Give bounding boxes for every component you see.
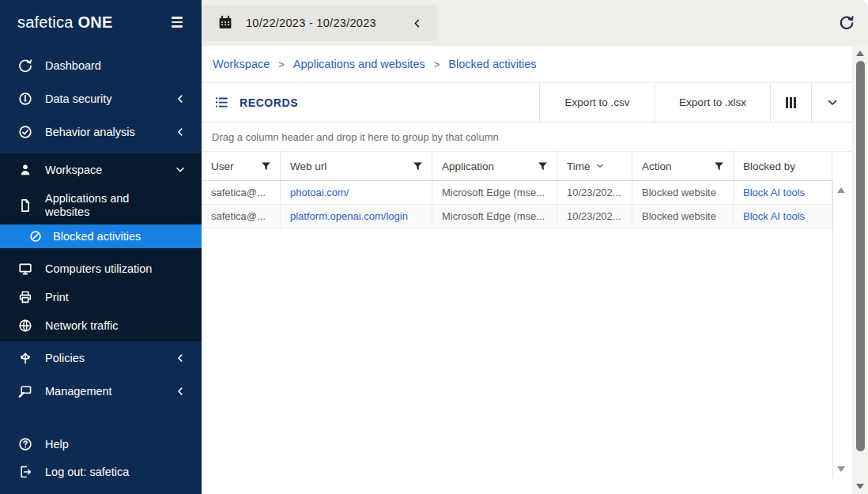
main-area: 10/22/2023 - 10/23/2023 Workspace > Appl…	[202, 0, 868, 494]
records-title: RECORDS	[240, 96, 298, 109]
breadcrumb-separator: >	[434, 58, 440, 70]
records-table: User Web url Application Time	[202, 152, 852, 494]
cell-blocked-by-link[interactable]: Block AI tools	[734, 181, 832, 204]
topbar: 10/22/2023 - 10/23/2023	[202, 0, 868, 46]
cell-action: Blocked website	[632, 205, 734, 228]
date-range-picker[interactable]: 10/22/2023 - 10/23/2023	[202, 5, 437, 41]
dashboard-icon	[17, 58, 33, 74]
column-label: Application	[442, 160, 494, 172]
breadcrumb-applications-and-websites[interactable]: Applications and websites	[293, 58, 425, 70]
content-panel: Workspace > Applications and websites > …	[202, 46, 852, 494]
sidebar: safeticaONE Dashboard Data security Beha…	[0, 0, 202, 494]
cell-blocked-by-link[interactable]: Block AI tools	[734, 205, 832, 228]
logo-brand: safetica	[17, 13, 74, 31]
sidebar-item-applications-and-websites[interactable]: Applications and websites	[0, 187, 202, 224]
export-xlsx-button[interactable]: Export to .xlsx	[655, 83, 770, 122]
cell-web-url-link[interactable]: platform.openai.com/login	[281, 205, 432, 228]
sidebar-item-label: Workspace	[45, 164, 102, 176]
behavior-analysis-icon	[17, 124, 33, 140]
table-row[interactable]: safetica@... platform.openai.com/login M…	[202, 205, 832, 228]
scrollbar-thumb[interactable]	[856, 61, 865, 451]
chevron-down-icon	[826, 96, 839, 109]
refresh-icon[interactable]	[838, 14, 855, 32]
sidebar-item-label: Behavior analysis	[45, 126, 135, 138]
blocked-icon	[28, 229, 43, 243]
data-security-icon	[17, 91, 33, 107]
scroll-down-arrow-icon[interactable]	[837, 466, 845, 472]
cell-web-url-link[interactable]: photoai.com/	[281, 181, 432, 204]
column-label: Blocked by	[743, 160, 795, 172]
sidebar-item-label: Management	[45, 385, 112, 398]
scroll-down-arrow-icon[interactable]	[856, 484, 864, 489]
scroll-up-arrow-icon[interactable]	[837, 187, 845, 193]
table-row[interactable]: safetica@... photoai.com/ Microsoft Edge…	[202, 181, 832, 205]
column-chooser-button[interactable]	[770, 83, 811, 122]
hamburger-menu-icon[interactable]	[172, 17, 183, 27]
column-label: Web url	[290, 160, 326, 172]
app-logo: safeticaONE	[0, 0, 202, 44]
column-label: Action	[642, 160, 672, 172]
filter-icon[interactable]	[260, 160, 272, 172]
scroll-up-arrow-icon[interactable]	[856, 51, 864, 56]
policies-icon	[17, 350, 33, 366]
sidebar-item-label: Dashboard	[45, 59, 101, 72]
filter-icon[interactable]	[412, 160, 424, 172]
sidebar-item-label: Network traffic	[45, 319, 118, 332]
date-range-text: 10/22/2023 - 10/23/2023	[246, 17, 376, 29]
sidebar-item-computers-utilization[interactable]: Computers utilization	[0, 255, 202, 283]
export-csv-button[interactable]: Export to .csv	[539, 83, 655, 122]
filter-icon[interactable]	[713, 160, 725, 172]
column-header-time[interactable]: Time	[557, 152, 632, 180]
sidebar-item-network-traffic[interactable]: Network traffic	[0, 311, 202, 340]
sidebar-item-behavior-analysis[interactable]: Behavior analysis	[0, 115, 202, 149]
column-header-blocked-by[interactable]: Blocked by	[734, 152, 832, 180]
sidebar-item-management[interactable]: Management	[0, 375, 202, 408]
table-header-row: User Web url Application Time	[202, 152, 832, 181]
sidebar-item-logout[interactable]: Log out: safetica	[0, 461, 202, 494]
cell-application: Microsoft Edge (mse...	[432, 205, 557, 228]
sidebar-item-label: Help	[45, 438, 69, 451]
breadcrumb: Workspace > Applications and websites > …	[202, 46, 852, 83]
logo-product: ONE	[78, 13, 113, 31]
chevron-down-icon	[175, 164, 186, 175]
sidebar-item-label: Applications and websites	[45, 192, 156, 218]
sidebar-item-help[interactable]: Help	[0, 428, 202, 461]
column-header-user[interactable]: User	[202, 152, 281, 180]
globe-icon	[17, 318, 33, 334]
sidebar-nav: Dashboard Data security Behavior analysi…	[0, 44, 202, 494]
group-by-hint: Drag a column header and drop it here to…	[212, 131, 499, 143]
records-header: RECORDS	[202, 83, 539, 122]
sidebar-item-data-security[interactable]: Data security	[0, 82, 202, 115]
help-icon	[17, 436, 33, 452]
management-icon	[17, 383, 33, 399]
column-label: Time	[567, 160, 591, 172]
records-toolbar: RECORDS Export to .csv Export to .xlsx	[202, 83, 852, 123]
cell-application: Microsoft Edge (mse...	[432, 181, 557, 204]
table-scrollbar[interactable]	[832, 181, 848, 478]
breadcrumb-workspace[interactable]: Workspace	[213, 58, 270, 70]
expand-panel-button[interactable]	[811, 83, 852, 122]
logo-text: safeticaONE	[17, 13, 112, 32]
sidebar-item-blocked-activities[interactable]: Blocked activities	[0, 224, 202, 248]
calendar-icon	[217, 15, 233, 31]
cell-time: 10/23/202...	[557, 181, 632, 204]
sidebar-item-workspace[interactable]: Workspace	[0, 153, 202, 187]
sidebar-item-policies[interactable]: Policies	[0, 341, 202, 375]
column-header-action[interactable]: Action	[632, 152, 734, 180]
filter-icon[interactable]	[537, 160, 549, 172]
breadcrumb-blocked-activities[interactable]: Blocked activities	[448, 58, 536, 70]
logout-icon	[17, 464, 33, 480]
sidebar-item-label: Log out: safetica	[45, 466, 129, 478]
collapse-chevron-left-icon[interactable]	[411, 17, 423, 29]
breadcrumb-separator: >	[278, 58, 285, 70]
group-by-drop-zone[interactable]: Drag a column header and drop it here to…	[202, 123, 852, 152]
columns-icon	[786, 97, 796, 108]
sort-descending-icon	[595, 161, 605, 171]
column-header-web-url[interactable]: Web url	[281, 152, 432, 180]
chevron-left-icon	[175, 93, 186, 104]
page-scrollbar[interactable]	[852, 46, 868, 494]
sidebar-item-print[interactable]: Print	[0, 283, 202, 311]
workspace-icon	[17, 162, 33, 178]
sidebar-item-dashboard[interactable]: Dashboard	[0, 49, 202, 82]
column-header-application[interactable]: Application	[432, 152, 557, 180]
